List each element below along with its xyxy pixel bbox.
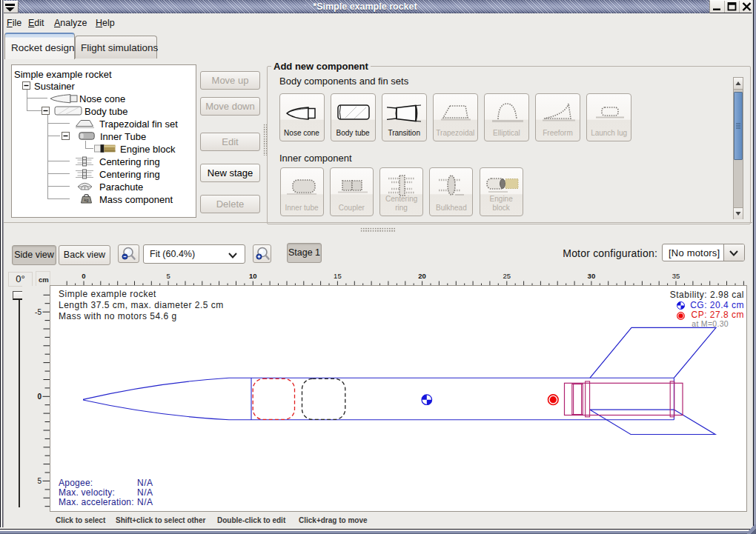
svg-text:-5: -5	[35, 308, 42, 316]
svg-text:15: 15	[334, 272, 342, 280]
svg-text:30: 30	[588, 272, 596, 280]
svg-text:10: 10	[249, 272, 257, 280]
svg-text:5: 5	[166, 272, 170, 280]
svg-text:25: 25	[503, 272, 511, 280]
svg-text:0: 0	[82, 272, 85, 280]
svg-text:5: 5	[37, 477, 42, 485]
svg-text:20: 20	[418, 272, 426, 280]
svg-text:35: 35	[672, 272, 680, 280]
svg-text:kg: kg	[84, 198, 89, 202]
svg-text:0: 0	[37, 393, 42, 401]
